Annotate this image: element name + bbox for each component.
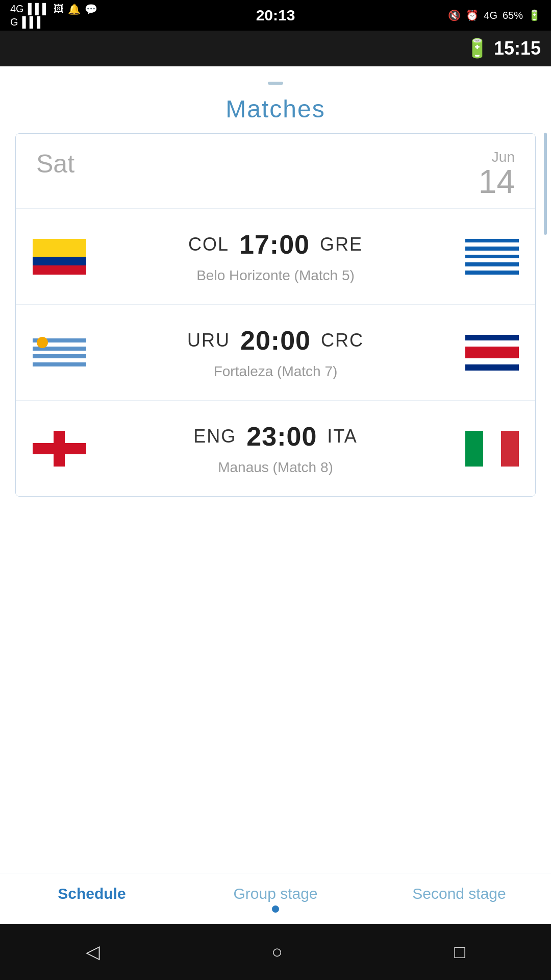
status-bar: 4G ▌▌▌ 🖼 🔔 💬 G ▌▌▌ 20:13 🔇 ⏰ 4G 65% 🔋 [0, 0, 551, 31]
page-title: Matches [0, 95, 551, 123]
date-header: Sat Jun 14 [16, 134, 535, 208]
recent-button[interactable]: □ [454, 941, 465, 963]
match-time-row-1: COL 17:00 GRE [87, 229, 464, 260]
match-time-2: 20:00 [240, 325, 311, 356]
nav-label-second-stage: Second stage [412, 885, 506, 902]
match-venue-2: Fortaleza (Match 7) [87, 363, 464, 380]
nav-item-schedule[interactable]: Schedule [0, 873, 184, 924]
header: Matches [0, 66, 551, 133]
match-venue-3: Manaus (Match 8) [87, 459, 464, 476]
clock-time: 15:15 [494, 38, 541, 59]
away-team-code-1: GRE [320, 234, 363, 255]
costa-rica-flag [465, 335, 519, 371]
match-row[interactable]: COL 17:00 GRE Belo Horizonte (Match 5) [16, 208, 535, 304]
icon-wechat: 💬 [85, 3, 97, 15]
day-number: 14 [479, 163, 515, 200]
battery-green-icon: 🔋 [466, 38, 489, 59]
header-dot [268, 82, 283, 85]
carrier-info: 4G ▌▌▌ 🖼 🔔 💬 G ▌▌▌ [10, 3, 97, 28]
match-venue-1: Belo Horizonte (Match 5) [87, 267, 464, 284]
england-flag [33, 431, 86, 467]
match-info-3: ENG 23:00 ITA Manaus (Match 8) [87, 421, 464, 476]
italy-flag [465, 431, 519, 467]
away-flag-gre [464, 237, 520, 276]
match-time-1: 17:00 [239, 229, 310, 260]
carrier2-label: G [10, 16, 18, 28]
match-row[interactable]: ENG 23:00 ITA Manaus (Match 8) [16, 400, 535, 496]
match-time-3: 23:00 [246, 421, 317, 452]
battery-percent: 65% [503, 10, 523, 21]
battery-icon: 🔋 [528, 9, 541, 21]
colombia-flag [33, 239, 86, 275]
greece-flag [465, 239, 519, 275]
match-time-row-2: URU 20:00 CRC [87, 325, 464, 356]
back-button[interactable]: ◁ [86, 941, 100, 963]
match-info-2: URU 20:00 CRC Fortaleza (Match 7) [87, 325, 464, 380]
status-time: 20:13 [256, 7, 295, 24]
alarm-icon: ⏰ [466, 9, 479, 21]
nav-dot-group-stage [272, 905, 279, 913]
nav-label-schedule: Schedule [58, 885, 126, 902]
mute-icon: 🔇 [448, 9, 461, 21]
matches-card: Sat Jun 14 COL 17:00 GRE B [15, 133, 536, 497]
icon-bell: 🔔 [68, 3, 81, 15]
uruguay-flag [33, 335, 86, 371]
bottom-nav: Schedule Group stage Second stage [0, 873, 551, 924]
date-month-number: Jun 14 [479, 149, 515, 198]
icon-photo: 🖼 [54, 3, 64, 15]
clock-display: 🔋 15:15 [466, 38, 541, 59]
match-time-row-3: ENG 23:00 ITA [87, 421, 464, 452]
home-team-code-1: COL [188, 234, 229, 255]
scroll-indicator [544, 133, 547, 235]
status-right-icons: 🔇 ⏰ 4G 65% 🔋 [448, 9, 541, 21]
lte-icon: 4G [484, 10, 497, 21]
nav-item-second-stage[interactable]: Second stage [367, 873, 551, 924]
signal2-bars: ▌▌▌ [22, 16, 44, 28]
home-flag-uru [31, 333, 87, 372]
match-info-1: COL 17:00 GRE Belo Horizonte (Match 5) [87, 229, 464, 284]
home-team-code-2: URU [187, 330, 230, 351]
nav-label-group-stage: Group stage [233, 885, 317, 902]
system-nav-bar: ◁ ○ □ [0, 924, 551, 980]
home-flag-col [31, 237, 87, 276]
away-team-code-3: ITA [327, 426, 357, 447]
away-flag-ita [464, 429, 520, 468]
app-content: Matches Sat Jun 14 COL 17: [0, 66, 551, 924]
carrier1-label: 4G [10, 3, 24, 15]
nav-item-group-stage[interactable]: Group stage [184, 873, 367, 924]
day-name: Sat [36, 149, 74, 179]
secondary-status-bar: 🔋 15:15 [0, 31, 551, 66]
home-flag-eng [31, 429, 87, 468]
away-team-code-2: CRC [321, 330, 364, 351]
signal1-bars: ▌▌▌ [28, 3, 50, 15]
match-row[interactable]: URU 20:00 CRC Fortaleza (Match 7) [16, 304, 535, 400]
home-team-code-3: ENG [193, 426, 236, 447]
home-button[interactable]: ○ [271, 941, 283, 963]
away-flag-crc [464, 333, 520, 372]
